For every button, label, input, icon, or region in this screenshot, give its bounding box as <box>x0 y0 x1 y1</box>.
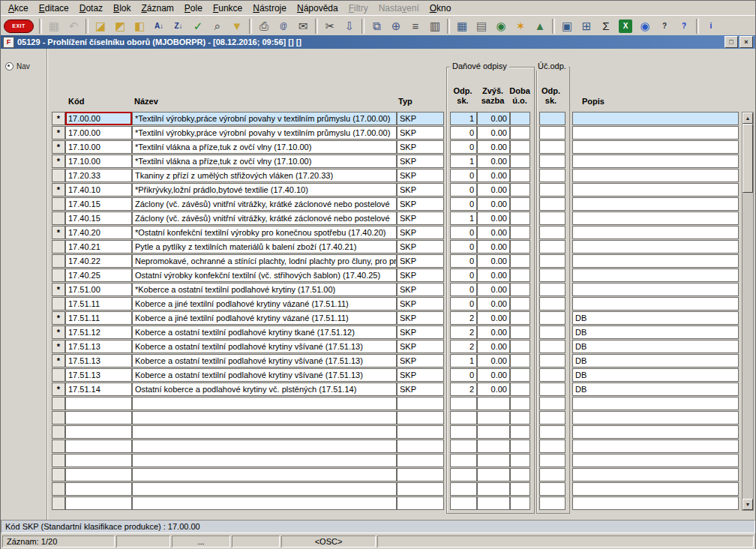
cell-nazev[interactable] <box>132 468 397 482</box>
cell-uc-odp-sk[interactable] <box>539 268 566 282</box>
cell-zvys-sazba[interactable]: 0.00 <box>477 311 510 325</box>
nav-toggle[interactable]: Nav <box>5 62 30 70</box>
cell-nazev[interactable] <box>132 411 397 424</box>
cell-kod[interactable]: 17.40.10 <box>65 183 132 196</box>
cell-doba-uo[interactable] <box>510 397 530 410</box>
cell-odp-sk[interactable]: 0 <box>450 254 477 268</box>
cell-odp-sk[interactable]: 0 <box>450 240 477 254</box>
star-icon[interactable]: ✶ <box>512 18 530 34</box>
cell-nazev[interactable]: Tkaniny z přízí z umělých střižových vlá… <box>132 169 397 182</box>
cell-typ[interactable]: SKP <box>397 354 444 368</box>
cell-odp-sk[interactable]: 0 <box>450 183 477 196</box>
cell-popis[interactable] <box>572 283 739 296</box>
export-folder-icon[interactable]: ◧ <box>130 18 148 34</box>
cell-typ[interactable] <box>397 425 444 439</box>
cell-uc-odp-sk[interactable] <box>539 297 566 310</box>
cell-zvys-sazba[interactable]: 0.00 <box>477 297 510 310</box>
document-icon[interactable]: ▤ <box>472 18 490 34</box>
cell-doba-uo[interactable] <box>510 311 530 325</box>
cell-popis[interactable]: DB <box>572 340 739 353</box>
cell-kod[interactable]: 17.51.13 <box>65 354 132 368</box>
cell-uc-odp-sk[interactable] <box>539 440 566 453</box>
cell-kod[interactable]: 17.40.22 <box>65 254 132 268</box>
cell-doba-uo[interactable] <box>510 197 530 211</box>
cell-uc-odp-sk[interactable] <box>539 482 566 496</box>
cell-doba-uo[interactable] <box>510 440 530 453</box>
cell-typ[interactable] <box>397 496 444 510</box>
cell-nazev[interactable]: *Textilní vlákna a příze,tuk z ovčí vlny… <box>132 140 397 154</box>
cut-icon[interactable]: ✂ <box>321 18 339 34</box>
cell-nazev[interactable] <box>132 482 397 496</box>
cell-odp-sk[interactable]: 0 <box>450 283 477 296</box>
cell-doba-uo[interactable] <box>510 169 530 182</box>
cell-kod[interactable]: 17.40.15 <box>65 197 132 211</box>
cell-uc-odp-sk[interactable] <box>539 382 566 396</box>
cell-typ[interactable] <box>397 482 444 496</box>
cell-doba-uo[interactable] <box>510 154 530 168</box>
cell-zvys-sazba[interactable] <box>477 440 510 453</box>
scroll-down-icon[interactable]: ▼ <box>742 499 753 510</box>
close-button[interactable]: × <box>740 36 753 48</box>
cell-zvys-sazba[interactable]: 0.00 <box>477 140 510 154</box>
cell-odp-sk[interactable]: 1 <box>450 212 477 225</box>
cell-uc-odp-sk[interactable] <box>539 354 566 368</box>
cell-doba-uo[interactable] <box>510 254 530 268</box>
cell-doba-uo[interactable] <box>510 368 530 382</box>
cell-popis[interactable] <box>572 212 739 225</box>
cell-odp-sk[interactable]: 0 <box>450 297 477 310</box>
cell-uc-odp-sk[interactable] <box>539 140 566 154</box>
cell-kod[interactable]: 17.51.11 <box>65 297 132 310</box>
cell-nazev[interactable] <box>132 454 397 467</box>
cell-popis[interactable] <box>572 454 739 467</box>
cell-doba-uo[interactable] <box>510 226 530 239</box>
browser-icon[interactable]: ◉ <box>636 18 654 34</box>
cell-kod[interactable]: 17.40.20 <box>65 226 132 239</box>
cell-typ[interactable] <box>397 468 444 482</box>
cell-uc-odp-sk[interactable] <box>539 326 566 339</box>
cell-uc-odp-sk[interactable] <box>539 240 566 254</box>
cell-odp-sk[interactable]: 1 <box>450 112 477 125</box>
cell-doba-uo[interactable] <box>510 240 530 254</box>
menu-funkce[interactable]: Funkce <box>208 2 248 14</box>
cell-typ[interactable]: SKP <box>397 340 444 353</box>
sort-asc-icon[interactable]: A↓ <box>150 18 168 34</box>
exit-button[interactable]: EXIT <box>4 20 34 33</box>
menu-akce[interactable]: Akce <box>3 2 34 14</box>
cell-odp-sk[interactable]: 2 <box>450 340 477 353</box>
cell-nazev[interactable] <box>132 397 397 410</box>
cell-doba-uo[interactable] <box>510 297 530 310</box>
cell-zvys-sazba[interactable]: 0.00 <box>477 126 510 140</box>
cell-doba-uo[interactable] <box>510 411 530 424</box>
cell-popis[interactable] <box>572 140 739 154</box>
cell-nazev[interactable]: *Přikrývky,ložní prádlo,bytové textilie … <box>132 183 397 196</box>
cell-typ[interactable] <box>397 411 444 424</box>
mail-icon[interactable]: ✉ <box>294 18 312 34</box>
help-icon[interactable]: ? <box>675 18 693 34</box>
print-preview-icon[interactable]: @ <box>274 18 292 34</box>
cell-nazev[interactable]: Koberce a jiné textilní podlahové krytin… <box>132 311 397 325</box>
cell-uc-odp-sk[interactable] <box>539 454 566 467</box>
excel-icon[interactable]: X <box>619 20 632 33</box>
cell-kod[interactable]: 17.51.14 <box>65 382 132 396</box>
cell-zvys-sazba[interactable]: 0.00 <box>477 382 510 396</box>
cell-nazev[interactable]: Koberce a ostatní textilní podlahové kry… <box>132 354 397 368</box>
cell-kod[interactable] <box>65 482 132 496</box>
cell-nazev[interactable]: *Textilní výrobky,práce výrobní povahy v… <box>132 126 397 140</box>
cell-kod[interactable]: 17.40.15 <box>65 212 132 225</box>
cell-kod[interactable]: 17.51.13 <box>65 368 132 382</box>
filter-icon[interactable]: ▼ <box>228 18 246 34</box>
cell-kod[interactable]: 17.51.12 <box>65 326 132 339</box>
cell-nazev[interactable]: *Textilní vlákna a příze,tuk z ovčí vlny… <box>132 154 397 168</box>
cell-nazev[interactable]: Koberce a ostatní textilní podlahové kry… <box>132 326 397 339</box>
cell-odp-sk[interactable] <box>450 468 477 482</box>
cell-typ[interactable] <box>397 397 444 410</box>
menu-pole[interactable]: Pole <box>179 2 208 14</box>
cell-zvys-sazba[interactable]: 0.00 <box>477 154 510 168</box>
cell-uc-odp-sk[interactable] <box>539 283 566 296</box>
cell-kod[interactable]: 17.51.13 <box>65 340 132 353</box>
cell-zvys-sazba[interactable] <box>477 468 510 482</box>
cell-typ[interactable]: SKP <box>397 197 444 211</box>
cell-kod[interactable]: 17.00.00 <box>65 126 132 140</box>
cell-zvys-sazba[interactable]: 0.00 <box>477 112 510 125</box>
cell-typ[interactable]: SKP <box>397 326 444 339</box>
